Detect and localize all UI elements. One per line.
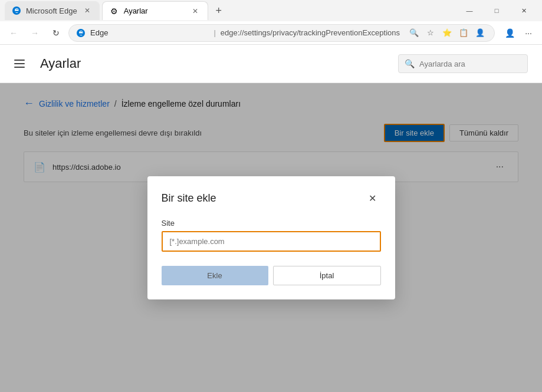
- tab-microsoft-edge[interactable]: Microsoft Edge ✕: [5, 1, 100, 20]
- profile-icon[interactable]: 👤: [473, 26, 487, 40]
- add-site-modal: Bir site ekle ✕ Site Ekle İptal: [147, 176, 395, 299]
- title-bar: Microsoft Edge ✕ ⚙ Ayarlar ✕ + — □ ✕: [0, 0, 542, 21]
- settings-header: Ayarlar 🔍: [0, 45, 542, 83]
- url-brand: Edge: [90, 28, 209, 37]
- settings-main: ← Gizlilik ve hizmetler / İzleme engelle…: [0, 83, 542, 392]
- modal-header: Bir site ekle ✕: [162, 190, 381, 207]
- tab-ayarlar-label: Ayarlar: [124, 6, 148, 15]
- hamburger-line-2: [14, 63, 25, 64]
- zoom-icon[interactable]: 🔍: [407, 26, 421, 40]
- url-action-icons: 🔍 ☆ ⭐ 📋 👤: [407, 26, 487, 40]
- modal-overlay: Bir site ekle ✕ Site Ekle İptal: [0, 83, 542, 392]
- close-button[interactable]: ✕: [510, 1, 537, 20]
- favorite-icon[interactable]: ☆: [423, 26, 438, 40]
- favorites-icon[interactable]: ⭐: [440, 26, 454, 40]
- share-icon[interactable]: 📋: [456, 26, 471, 40]
- profile-avatar[interactable]: 👤: [501, 24, 518, 42]
- hamburger-line-1: [14, 60, 25, 61]
- maximize-button[interactable]: □: [483, 1, 510, 20]
- url-bar[interactable]: Edge | edge://settings/privacy/trackingP…: [68, 24, 495, 42]
- settings-title: Ayarlar: [40, 56, 398, 71]
- settings-more-icon[interactable]: ···: [520, 24, 537, 42]
- settings-container: Ayarlar 🔍 ← Gizlilik ve hizmetler / İzle…: [0, 45, 542, 392]
- modal-title: Bir site ekle: [162, 192, 364, 205]
- modal-field-label: Site: [162, 219, 381, 228]
- url-separator: |: [213, 28, 215, 37]
- toolbar-icons: 👤 ···: [501, 24, 537, 42]
- hamburger-line-3: [14, 67, 25, 68]
- settings-search-input[interactable]: [419, 60, 520, 68]
- gear-favicon: ⚙: [110, 6, 119, 16]
- tab-ayarlar[interactable]: ⚙ Ayarlar ✕: [102, 1, 208, 20]
- modal-cancel-button[interactable]: İptal: [273, 266, 381, 285]
- tab-microsoft-edge-label: Microsoft Edge: [26, 6, 77, 15]
- url-edge-icon: [76, 28, 86, 38]
- modal-actions: Ekle İptal: [162, 266, 381, 285]
- tab-microsoft-edge-close[interactable]: ✕: [82, 5, 93, 16]
- refresh-button[interactable]: ↻: [47, 24, 65, 42]
- back-button[interactable]: ←: [5, 24, 22, 42]
- window-controls: — □ ✕: [456, 1, 537, 20]
- settings-search-box[interactable]: 🔍: [398, 54, 528, 73]
- address-bar: ← → ↻ Edge | edge://settings/privacy/tra…: [0, 21, 542, 45]
- url-path: edge://settings/privacy/trackingPreventi…: [221, 28, 400, 37]
- modal-site-input[interactable]: [162, 231, 381, 252]
- tab-ayarlar-close[interactable]: ✕: [190, 6, 201, 17]
- search-icon: 🔍: [405, 59, 415, 68]
- modal-add-button[interactable]: Ekle: [162, 266, 268, 285]
- forward-button[interactable]: →: [26, 24, 44, 42]
- minimize-button[interactable]: —: [456, 1, 483, 20]
- new-tab-button[interactable]: +: [211, 2, 227, 19]
- modal-close-button[interactable]: ✕: [364, 190, 381, 207]
- hamburger-menu[interactable]: [14, 55, 31, 72]
- edge-favicon: [12, 6, 21, 15]
